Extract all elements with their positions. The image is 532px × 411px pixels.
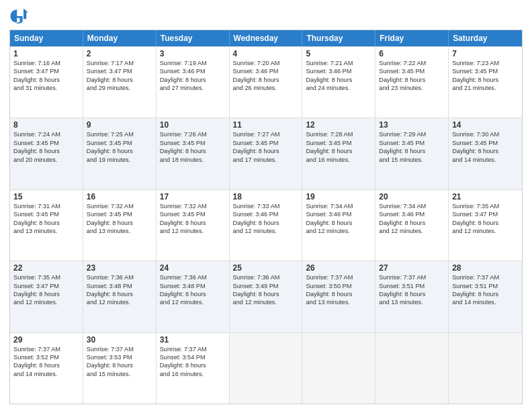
- day-info-line: and 14 minutes.: [452, 156, 519, 164]
- day-number: 20: [379, 192, 445, 201]
- day-number: 3: [160, 49, 226, 58]
- day-info-line: Sunrise: 7:37 AM: [306, 273, 371, 281]
- calendar-day-cell: 25Sunrise: 7:36 AMSunset: 3:49 PMDayligh…: [230, 261, 303, 332]
- day-info-line: and 12 minutes.: [233, 298, 299, 306]
- day-info-line: Sunrise: 7:32 AM: [87, 202, 152, 210]
- day-info-line: and 23 minutes.: [379, 84, 445, 92]
- day-info-line: Sunset: 3:47 PM: [13, 282, 79, 290]
- day-info-line: and 31 minutes.: [13, 84, 79, 92]
- day-number: 4: [233, 49, 299, 58]
- day-info-line: Sunrise: 7:19 AM: [160, 59, 226, 67]
- day-info-line: Sunset: 3:51 PM: [379, 282, 445, 290]
- day-info-line: Sunset: 3:45 PM: [160, 139, 226, 147]
- day-info-line: and 13 minutes.: [13, 227, 79, 235]
- day-info-line: and 19 minutes.: [87, 156, 152, 164]
- day-number: 9: [87, 120, 152, 130]
- day-number: 13: [379, 120, 445, 130]
- day-info-line: and 29 minutes.: [87, 84, 152, 92]
- day-info-line: Daylight: 8 hours: [306, 219, 371, 227]
- day-number: 22: [13, 263, 79, 273]
- day-info-line: Sunset: 3:48 PM: [87, 282, 152, 290]
- day-info-line: Sunset: 3:45 PM: [379, 139, 445, 147]
- day-number: 27: [379, 263, 445, 273]
- calendar-header-cell: Friday: [375, 30, 449, 46]
- calendar-day-cell: 10Sunrise: 7:26 AMSunset: 3:45 PMDayligh…: [157, 118, 230, 189]
- day-number: 17: [160, 192, 226, 201]
- calendar-empty-cell: [302, 333, 375, 404]
- day-info-line: Sunrise: 7:24 AM: [13, 130, 79, 138]
- day-number: 24: [160, 263, 226, 273]
- day-info-line: and 13 minutes.: [87, 227, 152, 235]
- calendar-empty-cell: [230, 333, 303, 404]
- day-info-line: and 12 minutes.: [160, 298, 226, 306]
- day-info-line: Sunset: 3:47 PM: [452, 210, 519, 218]
- day-number: 26: [306, 263, 371, 273]
- day-number: 23: [87, 263, 152, 273]
- day-number: 30: [87, 335, 152, 345]
- day-info-line: Sunset: 3:49 PM: [233, 282, 299, 290]
- day-info-line: Daylight: 8 hours: [13, 361, 79, 369]
- day-number: 28: [452, 263, 519, 273]
- day-info-line: Sunrise: 7:37 AM: [379, 273, 445, 281]
- day-info-line: Daylight: 8 hours: [160, 361, 226, 369]
- day-info-line: Sunset: 3:46 PM: [306, 67, 371, 75]
- day-info-line: Daylight: 8 hours: [13, 290, 79, 298]
- day-info-line: Sunrise: 7:16 AM: [13, 59, 79, 67]
- calendar-empty-cell: [449, 333, 522, 404]
- day-number: 7: [452, 49, 519, 58]
- calendar-header-cell: Tuesday: [157, 30, 230, 46]
- calendar-day-cell: 22Sunrise: 7:35 AMSunset: 3:47 PMDayligh…: [10, 261, 83, 332]
- day-info-line: Sunrise: 7:27 AM: [233, 130, 299, 138]
- day-info-line: Sunset: 3:46 PM: [233, 210, 299, 218]
- calendar-header-cell: Sunday: [10, 30, 83, 46]
- calendar-header-cell: Thursday: [302, 30, 375, 46]
- day-info-line: Sunset: 3:46 PM: [160, 67, 226, 75]
- calendar-day-cell: 7Sunrise: 7:23 AMSunset: 3:45 PMDaylight…: [449, 47, 522, 118]
- calendar: SundayMondayTuesdayWednesdayThursdayFrid…: [9, 30, 523, 404]
- calendar-day-cell: 15Sunrise: 7:31 AMSunset: 3:45 PMDayligh…: [10, 190, 83, 261]
- logo: [9, 7, 31, 26]
- day-info-line: Daylight: 8 hours: [452, 76, 519, 84]
- day-info-line: Daylight: 8 hours: [160, 290, 226, 298]
- day-number: 2: [87, 49, 152, 58]
- calendar-header-cell: Saturday: [449, 30, 522, 46]
- day-info-line: and 15 minutes.: [379, 156, 445, 164]
- calendar-day-cell: 3Sunrise: 7:19 AMSunset: 3:46 PMDaylight…: [157, 47, 230, 118]
- day-info-line: Sunset: 3:46 PM: [233, 67, 299, 75]
- day-info-line: Sunrise: 7:20 AM: [233, 59, 299, 67]
- calendar-header-cell: Monday: [83, 30, 157, 46]
- day-info-line: Sunrise: 7:28 AM: [306, 130, 371, 138]
- day-info-line: Sunset: 3:46 PM: [379, 210, 445, 218]
- day-info-line: and 16 minutes.: [306, 156, 371, 164]
- day-info-line: Sunset: 3:45 PM: [233, 139, 299, 147]
- calendar-day-cell: 12Sunrise: 7:28 AMSunset: 3:45 PMDayligh…: [302, 118, 375, 189]
- day-info-line: Daylight: 8 hours: [87, 361, 152, 369]
- day-info-line: Daylight: 8 hours: [306, 290, 371, 298]
- day-info-line: Sunrise: 7:25 AM: [87, 130, 152, 138]
- calendar-empty-cell: [375, 333, 449, 404]
- day-info-line: Sunrise: 7:33 AM: [233, 202, 299, 210]
- day-info-line: Sunset: 3:45 PM: [87, 210, 152, 218]
- day-info-line: Daylight: 8 hours: [160, 76, 226, 84]
- header: [9, 7, 523, 26]
- calendar-day-cell: 30Sunrise: 7:37 AMSunset: 3:53 PMDayligh…: [83, 333, 157, 404]
- calendar-day-cell: 2Sunrise: 7:17 AMSunset: 3:47 PMDaylight…: [83, 47, 157, 118]
- day-info-line: Sunset: 3:47 PM: [87, 67, 152, 75]
- day-info-line: and 20 minutes.: [13, 156, 79, 164]
- day-info-line: Daylight: 8 hours: [379, 290, 445, 298]
- day-info-line: Sunrise: 7:36 AM: [160, 273, 226, 281]
- day-number: 5: [306, 49, 371, 58]
- day-info-line: Daylight: 8 hours: [306, 76, 371, 84]
- day-info-line: Sunset: 3:46 PM: [306, 210, 371, 218]
- day-info-line: Sunset: 3:52 PM: [13, 353, 79, 361]
- calendar-day-cell: 8Sunrise: 7:24 AMSunset: 3:45 PMDaylight…: [10, 118, 83, 189]
- day-info-line: Sunrise: 7:23 AM: [452, 59, 519, 67]
- day-info-line: and 15 minutes.: [87, 370, 152, 378]
- calendar-header-cell: Wednesday: [230, 30, 303, 46]
- day-info-line: Sunset: 3:45 PM: [160, 210, 226, 218]
- page: SundayMondayTuesdayWednesdayThursdayFrid…: [0, 0, 532, 411]
- calendar-day-cell: 11Sunrise: 7:27 AMSunset: 3:45 PMDayligh…: [230, 118, 303, 189]
- day-info-line: Sunrise: 7:36 AM: [233, 273, 299, 281]
- day-info-line: Sunrise: 7:35 AM: [452, 202, 519, 210]
- calendar-day-cell: 6Sunrise: 7:22 AMSunset: 3:45 PMDaylight…: [375, 47, 449, 118]
